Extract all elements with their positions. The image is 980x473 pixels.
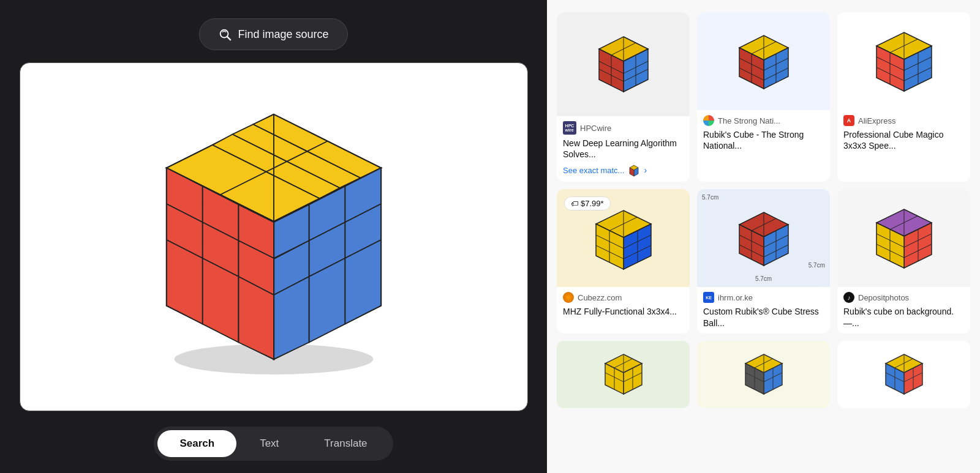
cubezz-image: 🏷 $7.99*	[557, 189, 690, 287]
chevron-right-icon: ›	[644, 165, 647, 175]
aliexpress-favicon: A	[843, 115, 854, 126]
cubezz-cube-img	[587, 204, 660, 272]
cubezz-info: Cubezz.com MHZ Fully-Functional 3x3x4...	[557, 287, 690, 322]
strong-title: Rubik's Cube - The Strong National...	[703, 129, 824, 151]
ihrm-favicon: KE	[703, 292, 714, 303]
uploaded-image-container	[20, 62, 528, 411]
price-value: $7.99*	[581, 199, 604, 208]
deposit-source-row: ♪ Depositphotos	[843, 292, 964, 303]
matches-cube-icon	[627, 163, 641, 177]
ihrm-title: Custom Rubik's® Cube Stress Ball...	[703, 306, 824, 328]
cubezz-source-name: Cubezz.com	[578, 293, 622, 302]
ihrm-source-name: ihrm.or.ke	[718, 293, 753, 302]
cubezz-source-row: Cubezz.com	[563, 292, 684, 303]
cubezz-title: MHZ Fully-Functional 3x3x4...	[563, 306, 684, 317]
aliexpress-source-name: AliExpress	[858, 116, 895, 125]
hpcwire-title: New Deep Learning Algorithm Solves...	[563, 138, 684, 160]
deposit-source-name: Depositphotos	[858, 293, 909, 302]
result-card-hpcwire[interactable]: HPCwire HPCwire New Deep Learning Algori…	[557, 12, 690, 182]
bottom-partial-row	[557, 341, 970, 408]
bottom-tabs: Search Text Translate	[154, 426, 393, 461]
price-badge: 🏷 $7.99*	[564, 196, 611, 210]
hpcwire-source-row: HPCwire HPCwire	[563, 121, 684, 135]
hpcwire-cube-img	[587, 31, 660, 98]
result-card-cubezz[interactable]: 🏷 $7.99*	[557, 189, 690, 333]
strong-source-name: The Strong Nati...	[718, 116, 780, 125]
right-panel: HPCwire HPCwire New Deep Learning Algori…	[547, 0, 980, 473]
hpcwire-image	[557, 12, 690, 116]
partial-card-2[interactable]	[697, 341, 830, 408]
strong-favicon	[703, 115, 714, 126]
ihrm-info: KE ihrm.or.ke Custom Rubik's® Cube Stres…	[697, 287, 830, 333]
deposit-title: Rubik's cube on background. —...	[843, 306, 964, 328]
cubezz-favicon	[563, 292, 574, 303]
tab-text[interactable]: Text	[238, 430, 301, 457]
ihrm-image: 5.7cm 5.7cm 5.7cm	[697, 189, 830, 287]
ihrm-source-row: KE ihrm.or.ke	[703, 292, 824, 303]
aliexpress-cube-img	[867, 28, 941, 95]
hpcwire-info: HPCwire HPCwire New Deep Learning Algori…	[557, 116, 690, 182]
aliexpress-image	[837, 12, 970, 110]
partial-cube-3	[880, 351, 929, 397]
result-card-strong[interactable]: The Strong Nati... Rubik's Cube - The St…	[697, 12, 830, 182]
deposit-cube-img	[867, 204, 941, 272]
tab-translate[interactable]: Translate	[302, 430, 389, 457]
partial-card-3[interactable]	[837, 341, 970, 408]
lens-icon	[218, 28, 232, 41]
partial-cube-1	[599, 351, 648, 397]
strong-image	[697, 12, 830, 110]
strong-source-row: The Strong Nati...	[703, 115, 824, 126]
hpcwire-source-name: HPCwire	[580, 124, 611, 133]
partial-card-1[interactable]	[557, 341, 690, 408]
ihrm-cube-img	[730, 207, 797, 269]
left-panel: Find image source	[0, 0, 547, 473]
result-card-aliexpress[interactable]: A AliExpress Professional Cube Magico 3x…	[837, 12, 970, 182]
results-grid: HPCwire HPCwire New Deep Learning Algori…	[557, 12, 970, 333]
depositphotos-info: ♪ Depositphotos Rubik's cube on backgrou…	[837, 287, 970, 333]
aliexpress-info: A AliExpress Professional Cube Magico 3x…	[837, 110, 970, 156]
svg-line-1	[228, 37, 231, 40]
find-image-source-button[interactable]: Find image source	[199, 18, 347, 50]
partial-cube-2	[739, 351, 788, 397]
deposit-favicon: ♪	[843, 292, 854, 303]
result-card-ihrm[interactable]: 5.7cm 5.7cm 5.7cm	[697, 189, 830, 333]
depositphotos-image	[837, 189, 970, 287]
strong-cube-img	[730, 31, 797, 92]
see-matches-row: See exact matc... ›	[563, 163, 684, 177]
see-matches-link[interactable]: See exact matc...	[563, 166, 624, 175]
tab-search[interactable]: Search	[157, 430, 236, 457]
aliexpress-title: Professional Cube Magico 3x3x3 Spee...	[843, 129, 964, 151]
rubik-cube-image	[121, 84, 427, 390]
result-card-depositphotos[interactable]: ♪ Depositphotos Rubik's cube on backgrou…	[837, 189, 970, 333]
strong-info: The Strong Nati... Rubik's Cube - The St…	[697, 110, 830, 156]
hpcwire-favicon: HPCwire	[563, 121, 576, 135]
find-image-label: Find image source	[238, 28, 328, 41]
price-tag-icon: 🏷	[571, 199, 578, 208]
aliexpress-source-row: A AliExpress	[843, 115, 964, 126]
